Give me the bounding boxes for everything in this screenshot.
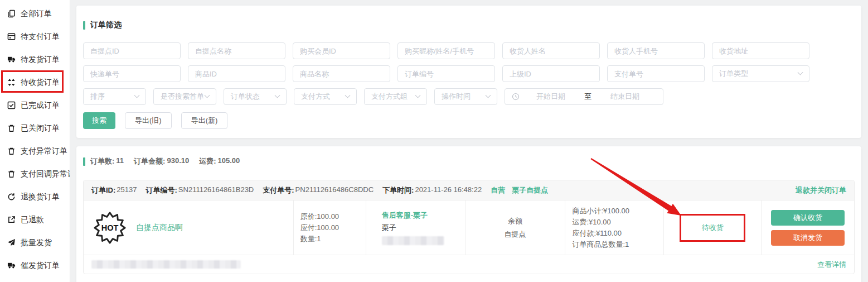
order-amount-label: 订单金额: (134, 156, 165, 166)
sidebar-item-payment-callback-abnormal[interactable]: 支付回调异常订单 (0, 162, 70, 185)
select-placeholder: 操作时间 (442, 92, 471, 102)
order-id-field: 订单ID: 25137 (91, 185, 137, 195)
view-detail-link[interactable]: 查看详情 (817, 260, 846, 270)
refund-close-link[interactable]: 退款并关闭订单 (796, 185, 846, 195)
product-id-input[interactable] (188, 65, 285, 82)
order-sn-value: SN211126164861B23D (178, 185, 254, 195)
sort-select[interactable]: 排序 (83, 88, 146, 105)
actions-cell: 确认收货 取消发货 (761, 200, 854, 255)
select-placeholder: 是否搜索首单 (161, 92, 204, 102)
redacted-address (91, 260, 241, 269)
status-cell: 待收货 (663, 200, 761, 255)
payment-method: 余额 (508, 214, 522, 228)
tracking-number-input[interactable] (83, 65, 181, 82)
sidebar-item-refunded[interactable]: 已退款 (0, 208, 70, 231)
payment-no-label: 支付单号: (263, 185, 294, 195)
chevron-down-icon (798, 69, 803, 75)
check-square-icon (7, 101, 16, 109)
select-placeholder: 支付方式组 (371, 92, 408, 102)
chevron-down-icon (134, 92, 140, 98)
export-arrow-icon (7, 216, 16, 224)
sidebar-item-label: 催发货订单 (21, 261, 60, 271)
freight-total: 运费: 105.00 (199, 156, 240, 166)
totals-cell: 商品小计:¥100.00 运费:¥10.00 应付款:¥110.00 订单商品总… (565, 200, 663, 255)
export-new-button[interactable]: 导出(新) (181, 112, 228, 129)
order-sn-label: 订单编号: (146, 185, 177, 195)
payment-method-select[interactable]: 支付方式 (294, 88, 357, 105)
price-cell: 原价:100.00 应付:100.00 数量:1 (293, 200, 366, 255)
section-marker (83, 21, 85, 30)
after-sale-service-link[interactable]: 售后客服-栗子 (382, 211, 465, 221)
order-time-label: 下单时间: (382, 185, 414, 195)
order-list-panel: 订单数: 11 订单金额: 930.10 运费: 105.00 订单ID: 25… (76, 146, 861, 282)
operation-time-select[interactable]: 操作时间 (434, 88, 497, 105)
sidebar-item-label: 待收货订单 (21, 78, 60, 88)
sidebar-item-label: 支付异常订单 (21, 146, 67, 156)
search-button[interactable]: 搜索 (83, 112, 115, 129)
date-range-picker[interactable]: 开始日期 至 结束日期 (505, 88, 663, 105)
sidebar-item-label: 批量发货 (21, 238, 52, 248)
chevron-down-icon (345, 92, 351, 98)
sidebar-item-completed[interactable]: 已完成订单 (0, 94, 70, 117)
confirm-receipt-button[interactable]: 确认收货 (771, 210, 845, 226)
subtotal: 商品小计:¥100.00 (572, 205, 663, 217)
sidebar-item-label: 退换货订单 (21, 192, 60, 202)
freight-value: 105.00 (218, 156, 240, 166)
sidebar-item-pending-receipt[interactable]: 待收货订单 (0, 71, 70, 94)
order-sidebar: 全部订单 待支付订单 待发货订单 待收货订单 已完成订单 已关闭订单 支付异常订… (0, 0, 70, 282)
sidebar-item-return-exchange[interactable]: 退换货订单 (0, 185, 70, 208)
sidebar-item-batch-shipment[interactable]: 批量发货 (0, 231, 70, 254)
sidebar-item-label: 待发货订单 (21, 55, 60, 65)
buyer-member-id-input[interactable] (293, 42, 390, 59)
start-date-placeholder[interactable]: 开始日期 (520, 92, 582, 102)
order-sn-input[interactable] (397, 65, 495, 82)
hot-badge-icon: HOT (94, 212, 126, 244)
panel-icon (7, 32, 16, 41)
chevron-down-icon (415, 92, 421, 98)
sidebar-item-urge-shipment[interactable]: 催发货订单 (0, 254, 70, 277)
payment-no-input[interactable] (607, 65, 705, 82)
receiver-name-input[interactable] (502, 42, 600, 59)
paper-plane-icon (7, 238, 16, 247)
parent-id-input[interactable] (502, 65, 600, 82)
sidebar-item-payment-abnormal[interactable]: 支付异常订单 (0, 140, 70, 162)
truck-icon (7, 261, 16, 270)
sidebar-item-all-orders[interactable]: 全部订单 (0, 2, 70, 25)
trash-icon (7, 170, 16, 178)
trash-icon (7, 147, 16, 155)
first-order-select[interactable]: 是否搜索首单 (153, 88, 216, 105)
customer-name: 栗子 (382, 223, 465, 233)
sidebar-item-label: 支付回调异常订单 (21, 169, 70, 179)
delivery-type: 自提点 (504, 228, 526, 241)
select-placeholder: 订单状态 (231, 92, 260, 102)
order-card-header: 订单ID: 25137 订单编号: SN211126164861B23D 支付单… (84, 180, 854, 200)
quantity: 数量:1 (300, 233, 366, 245)
buyer-nickname-input[interactable] (397, 42, 495, 59)
cancel-shipment-button[interactable]: 取消发货 (771, 230, 845, 246)
order-status-select[interactable]: 订单状态 (224, 88, 287, 105)
sidebar-item-pending-payment[interactable]: 待支付订单 (0, 25, 70, 48)
order-card-body: HOT 自提点商品啊 原价:100.00 应付:100.00 数量:1 售后客服… (84, 200, 854, 255)
pickup-point-name-input[interactable] (188, 42, 285, 59)
export-old-button[interactable]: 导出(旧) (125, 112, 172, 129)
end-date-placeholder[interactable]: 结束日期 (594, 92, 656, 102)
pickup-point-tag: 栗子自提点 (512, 185, 548, 195)
sidebar-item-closed[interactable]: 已关闭订单 (0, 117, 70, 140)
order-count-value: 11 (116, 156, 124, 166)
product-name-input[interactable] (293, 65, 390, 82)
sidebar-item-label: 已完成订单 (21, 101, 60, 111)
refresh-icon (7, 193, 16, 201)
sidebar-item-pending-shipment[interactable]: 待发货订单 (0, 48, 70, 71)
order-type-select[interactable]: 订单类型 (712, 65, 809, 82)
payment-method-group-select[interactable]: 支付方式组 (364, 88, 427, 105)
receiver-phone-input[interactable] (607, 42, 705, 59)
select-placeholder: 订单类型 (719, 69, 748, 79)
filter-panel: 订单筛选 订单类型 排序 是否搜索首单 订单状态 (76, 6, 861, 138)
redacted-phone (382, 236, 444, 245)
product-name-link[interactable]: 自提点商品啊 (136, 223, 183, 233)
receiver-address-input[interactable] (712, 42, 809, 59)
sidebar-item-label: 全部订单 (21, 9, 52, 19)
pickup-point-id-input[interactable] (83, 42, 181, 59)
chevron-down-icon (275, 92, 280, 98)
filter-row-1 (83, 42, 855, 59)
